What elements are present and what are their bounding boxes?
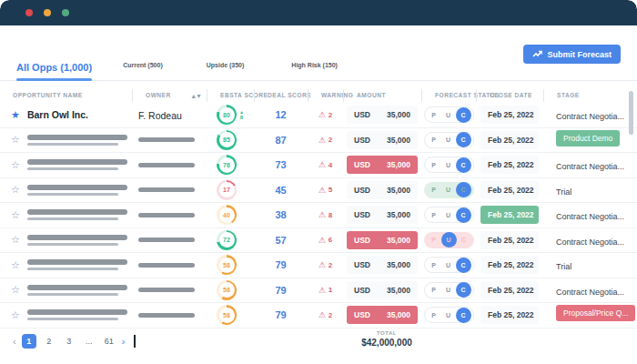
forecast-status-pill[interactable]: PUC xyxy=(424,106,474,123)
star-icon[interactable]: ☆ xyxy=(11,160,20,170)
zoom-window-icon[interactable] xyxy=(62,9,69,16)
forecast-option-c[interactable]: C xyxy=(456,258,471,273)
table-row[interactable]: ☆ 85 ▲ 87 ⚠ 2 USD35,000 PUC xyxy=(0,128,637,154)
forecast-status-pill[interactable]: PUC xyxy=(424,207,474,223)
forecast-option-u[interactable]: U xyxy=(441,287,456,293)
close-date-cell: Feb 25, 2022 xyxy=(476,106,543,124)
page-button-61[interactable]: 61 xyxy=(102,334,116,349)
forecast-option-u[interactable]: U xyxy=(441,136,456,143)
table-row[interactable]: ★ Barn Owl Inc. F. Rodeau 80 ▲8 12 ⚠ 2 U… xyxy=(0,103,637,128)
page-button-3[interactable]: 3 xyxy=(62,334,76,349)
column-header-stage[interactable]: Stage xyxy=(543,89,637,102)
next-page-icon[interactable]: › xyxy=(122,336,126,347)
scrollbar-thumb[interactable] xyxy=(629,91,633,135)
forecast-option-u[interactable]: U xyxy=(441,312,456,318)
forecast-status-pill[interactable]: PUC xyxy=(424,132,474,148)
table-row[interactable]: ☆ 58 ▲ 79 ⚠ 2 USD35,000 PUC xyxy=(0,253,637,278)
forecast-option-p[interactable]: P xyxy=(427,136,441,143)
column-header-close-date[interactable]: Close Date xyxy=(476,89,543,102)
sort-icon[interactable]: ▲▼ xyxy=(190,90,201,103)
forecast-option-c[interactable]: C xyxy=(456,207,471,223)
page-button-...[interactable]: ... xyxy=(82,334,96,349)
owner-skeleton xyxy=(132,263,207,268)
forecast-option-u[interactable]: U xyxy=(441,162,456,168)
forecast-option-c[interactable]: C xyxy=(456,182,471,197)
forecast-status-pill[interactable]: PUC xyxy=(424,232,474,248)
amount-value: 35,000 xyxy=(387,160,410,169)
star-icon[interactable]: ☆ xyxy=(11,260,20,270)
ebsta-score-ring: 76 xyxy=(217,155,237,175)
prev-page-icon[interactable]: ‹ xyxy=(13,336,16,347)
star-icon[interactable]: ☆ xyxy=(11,285,20,295)
owner-skeleton xyxy=(132,313,207,318)
table-footer: ‹ 123...61 › TOTAL $42,000,000 xyxy=(0,330,637,358)
forecast-option-u[interactable]: U xyxy=(441,187,456,193)
minimize-window-icon[interactable] xyxy=(44,9,51,16)
close-window-icon[interactable] xyxy=(25,9,33,16)
forecast-option-u[interactable]: U xyxy=(441,112,456,118)
forecast-option-p[interactable]: P xyxy=(427,237,441,243)
owner-skeleton xyxy=(132,163,207,167)
forecast-option-p[interactable]: P xyxy=(427,212,441,218)
star-icon[interactable]: ☆ xyxy=(11,210,20,220)
column-header-ebsta-score[interactable]: Ebsta Score xyxy=(207,89,254,102)
ebsta-score-value: 80 xyxy=(219,107,235,123)
table-row[interactable]: ☆ 17 ▲ 45 ⚠ 5 USD35,000 PUC xyxy=(0,178,637,204)
column-header-forecast-status[interactable]: Forecast Status xyxy=(421,89,476,102)
column-header-deal-score[interactable]: Deal Score xyxy=(254,89,308,102)
forecast-option-p[interactable]: P xyxy=(427,112,441,118)
table-row[interactable]: ☆ 40 ▲ 38 ⚠ 8 USD35,000 PUC xyxy=(0,203,637,228)
column-header-amount[interactable]: Amount xyxy=(343,89,421,102)
tab-high-risk[interactable]: High Risk (150) xyxy=(291,62,338,73)
tab-upside[interactable]: Upside (350) xyxy=(207,62,245,73)
forecast-status-pill[interactable]: PUC xyxy=(424,157,474,173)
tab-current[interactable]: Current (500) xyxy=(123,62,163,73)
forecast-status-pill[interactable]: PUC xyxy=(424,257,474,273)
ebsta-score-value: 58 xyxy=(219,282,235,298)
table-row[interactable]: ☆ 76 ▲ 73 ⚠ 4 USD35,000 PUC xyxy=(0,153,637,178)
forecast-status-pill[interactable]: PUC xyxy=(424,282,474,298)
forecast-option-c[interactable]: C xyxy=(457,237,471,243)
page-button-2[interactable]: 2 xyxy=(42,334,56,349)
ebsta-score-ring: 80 xyxy=(217,105,237,125)
forecast-option-p[interactable]: P xyxy=(427,287,441,293)
star-icon[interactable]: ★ xyxy=(11,110,20,120)
star-icon[interactable]: ☆ xyxy=(11,235,20,245)
scrollbar-track[interactable] xyxy=(629,89,633,326)
column-header-opportunity-name[interactable]: Opportunity Name xyxy=(0,89,132,102)
opportunity-name-cell: ☆ xyxy=(0,185,132,196)
page-button-1[interactable]: 1 xyxy=(22,334,36,349)
column-header-owner[interactable]: Owner▲▼ xyxy=(132,89,207,102)
warning-count: 5 xyxy=(329,186,332,194)
forecast-option-u[interactable]: U xyxy=(441,212,456,218)
name-skeleton xyxy=(27,235,127,246)
forecast-option-c[interactable]: C xyxy=(456,132,471,147)
table-row[interactable]: ☆ 72 ▲ 57 ⚠ 6 USD35,000 PUC xyxy=(0,228,637,254)
forecast-option-p[interactable]: P xyxy=(427,162,441,168)
forecast-option-c[interactable]: C xyxy=(456,282,471,298)
stage-cell: Contract Negotia... xyxy=(543,157,637,173)
column-header-warning[interactable]: Warning xyxy=(308,89,343,102)
forecast-status-pill[interactable]: PUC xyxy=(424,182,474,198)
forecast-option-u[interactable]: U xyxy=(441,262,456,268)
table-row[interactable]: ☆ 58 ▲ 79 ⚠ 1 USD35,000 PUC xyxy=(0,278,637,304)
ebsta-score-ring: 58 xyxy=(217,255,237,275)
forecast-option-u[interactable]: U xyxy=(441,232,457,248)
close-date-cell: Feb 25, 2022 xyxy=(476,231,543,249)
amount-value: 35,000 xyxy=(387,310,410,319)
table-row[interactable]: ☆ 58 ▲ 79 ⚠ 2 USD35,000 PUC xyxy=(0,303,637,329)
forecast-option-c[interactable]: C xyxy=(456,157,471,173)
forecast-option-c[interactable]: C xyxy=(456,308,471,323)
star-icon[interactable]: ☆ xyxy=(11,310,20,320)
forecast-status-cell: PUC xyxy=(421,257,476,273)
forecast-status-pill[interactable]: PUC xyxy=(424,307,474,323)
star-icon[interactable]: ☆ xyxy=(11,135,20,145)
tab-all-opps[interactable]: All Opps (1,000) xyxy=(16,62,92,81)
forecast-option-c[interactable]: C xyxy=(456,107,471,123)
close-date-value: Feb 25, 2022 xyxy=(480,256,539,274)
star-icon[interactable]: ☆ xyxy=(11,185,20,195)
forecast-option-p[interactable]: P xyxy=(427,262,441,268)
forecast-option-p[interactable]: P xyxy=(427,187,441,193)
ebsta-score-value: 76 xyxy=(219,157,235,173)
forecast-option-p[interactable]: P xyxy=(427,312,441,318)
